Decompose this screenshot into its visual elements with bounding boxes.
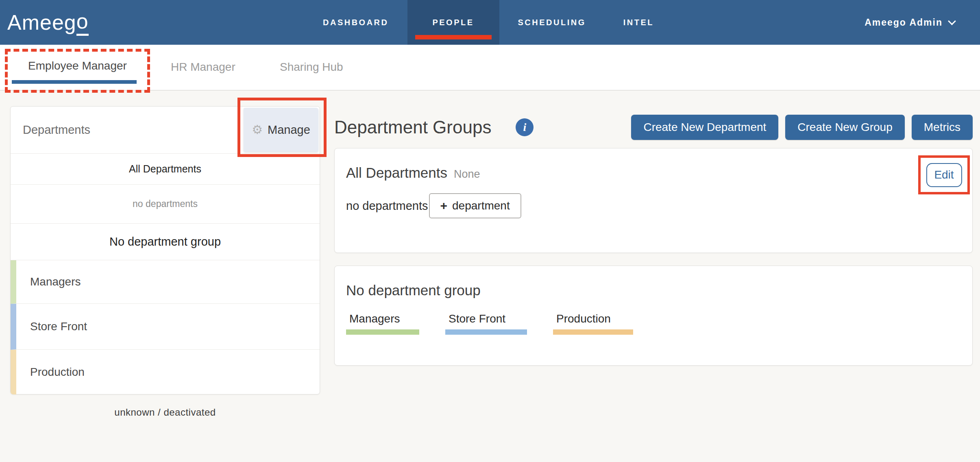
gear-icon: ⚙ [252,124,263,136]
all-departments-card: All Departments None no departments + de… [334,148,973,253]
create-new-department-button[interactable]: Create New Department [631,115,778,140]
sidebar-item-managers[interactable]: Managers [11,260,320,304]
department-color-bar [346,329,419,335]
nav-item-intel[interactable]: INTEL [605,0,673,45]
ameego-logo[interactable]: Ameego [7,0,89,45]
manage-button-label: Manage [268,123,310,137]
tab-sharing-hub[interactable]: Sharing Hub [280,45,343,89]
department-chips-row: Managers Store Front Production [335,312,972,335]
nav-item-dashboard[interactable]: DASHBOARD [304,0,407,45]
sidebar-item-all-departments[interactable]: All Departments [11,154,320,185]
page-title: Department Groups [334,117,491,137]
no-department-group-card-header: No department group [335,266,972,299]
department-chip-label: Store Front [445,312,527,325]
logo-underlined-letter: o [76,9,89,36]
tab-employee-manager[interactable]: Employee Manager [28,59,127,82]
all-departments-card-status: None [454,168,480,181]
employee-manager-annotation-box: Employee Manager [5,49,150,93]
department-chip-label: Managers [346,312,419,325]
add-department-button-label: department [452,199,510,212]
all-departments-card-header: All Departments None [335,148,972,181]
add-department-button[interactable]: + department [429,193,521,218]
top-nav: Ameego DASHBOARD PEOPLE SCHEDULING INTEL… [0,0,980,45]
nav-item-people-label: PEOPLE [432,18,474,27]
sidebar-item-no-department-group[interactable]: No department group [11,224,320,260]
info-icon[interactable]: i [516,118,534,136]
manage-button[interactable]: ⚙ Manage [244,108,318,152]
main-header: Department Groups i Create New Departmen… [334,106,973,148]
departments-panel-title: Departments [11,123,90,137]
department-chip-store-front[interactable]: Store Front [445,312,527,335]
no-department-group-card-title: No department group [346,282,481,299]
tab-hr-manager[interactable]: HR Manager [171,45,235,89]
departments-panel-header: Departments ⚙ Manage [11,107,320,154]
department-color-bar [445,329,527,335]
all-departments-card-title: All Departments [346,165,447,181]
sidebar-item-no-departments: no departments [11,185,320,224]
create-new-group-button[interactable]: Create New Group [785,115,904,140]
primary-nav: DASHBOARD PEOPLE SCHEDULING INTEL [304,0,673,45]
all-departments-empty-row: no departments + department [335,193,972,218]
unknown-deactivated-note[interactable]: unknown / deactivated [10,407,320,418]
department-chip-label: Production [553,312,633,325]
department-chip-managers[interactable]: Managers [346,312,419,335]
main-actions: Create New Department Create New Group M… [631,115,973,140]
user-menu-label: Ameego Admin [865,17,943,28]
no-departments-text: no departments [346,199,428,213]
nav-item-scheduling[interactable]: SCHEDULING [499,0,605,45]
main-content: Department Groups i Create New Departmen… [334,106,973,366]
user-menu[interactable]: Ameego Admin [865,0,955,45]
nav-item-people[interactable]: PEOPLE [407,0,499,45]
logo-text: Ameeg [7,10,76,35]
edit-annotation-box: Edit [918,155,970,194]
department-color-bar [553,329,633,335]
plus-icon: + [440,200,448,212]
chevron-down-icon [948,17,956,25]
no-department-group-card: No department group Managers Store Front… [334,266,973,366]
sidebar-item-store-front[interactable]: Store Front [11,304,320,350]
sidebar-item-production[interactable]: Production [11,350,320,394]
active-nav-underline [415,35,492,39]
metrics-button[interactable]: Metrics [912,115,973,140]
tab-active-underline [12,80,137,84]
department-chip-production[interactable]: Production [553,312,633,335]
departments-panel: Departments ⚙ Manage All Departments no … [10,106,320,394]
page: Ameego DASHBOARD PEOPLE SCHEDULING INTEL… [0,0,980,462]
edit-button[interactable]: Edit [926,163,962,187]
